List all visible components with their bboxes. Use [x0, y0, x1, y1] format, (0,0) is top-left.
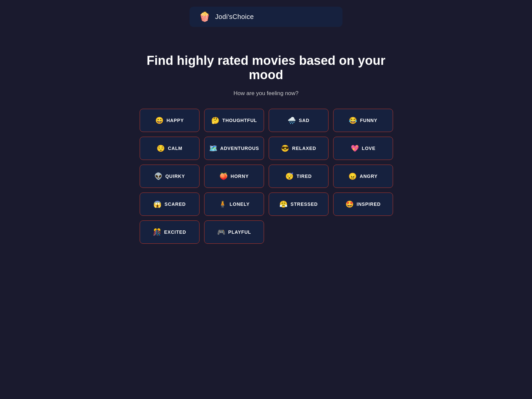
mood-btn-calm[interactable]: 😌CALM [140, 137, 200, 160]
mood-btn-quirky[interactable]: 👽QUIRKY [140, 165, 200, 188]
mood-btn-tired[interactable]: 😴TIRED [269, 165, 329, 188]
app-icon: 🍿 [199, 11, 210, 22]
mood-btn-stressed[interactable]: 😤STRESSED [269, 193, 329, 216]
mood-btn-sad[interactable]: 🌧️SAD [269, 109, 329, 132]
mood-label-love: LOVE [362, 146, 375, 151]
mood-label-stressed: STRESSED [291, 201, 318, 207]
mood-label-lonely: LONELY [230, 201, 250, 207]
mood-btn-adventurous[interactable]: 🗺️ADVENTUROUS [204, 137, 264, 160]
mood-emoji-happy: 😄 [155, 116, 164, 124]
mood-emoji-playful: 🎮 [217, 228, 226, 236]
mood-emoji-lonely: 🧍 [218, 200, 227, 208]
app-header: 🍿 Jodi'sChoice [190, 7, 342, 27]
mood-btn-happy[interactable]: 😄HAPPY [140, 109, 200, 132]
main-content: Find highly rated movies based on your m… [140, 54, 392, 244]
mood-label-calm: CALM [168, 146, 183, 151]
mood-btn-horny[interactable]: 🍑HORNY [204, 165, 264, 188]
mood-emoji-inspired: 🤩 [345, 200, 354, 208]
mood-label-scared: SCARED [165, 201, 186, 207]
mood-label-thoughtful: THOUGHTFUL [222, 118, 257, 123]
mood-btn-relaxed[interactable]: 😎RELAXED [269, 137, 329, 160]
mood-label-excited: EXCITED [164, 229, 186, 235]
mood-grid: 😄HAPPY🤔THOUGHTFUL🌧️SAD😂FUNNY😌CALM🗺️ADVEN… [140, 109, 392, 244]
mood-emoji-angry: 😠 [348, 172, 357, 180]
mood-btn-inspired[interactable]: 🤩INSPIRED [333, 193, 393, 216]
mood-label-sad: SAD [299, 118, 310, 123]
mood-emoji-adventurous: 🗺️ [209, 144, 218, 152]
mood-btn-love[interactable]: 💖LOVE [333, 137, 393, 160]
page-heading: Find highly rated movies based on your m… [140, 54, 392, 82]
mood-label-playful: PLAYFUL [228, 229, 251, 235]
mood-btn-excited[interactable]: 🎊EXCITED [140, 220, 200, 244]
mood-emoji-stressed: 😤 [279, 200, 288, 208]
mood-emoji-relaxed: 😎 [281, 144, 290, 152]
mood-emoji-excited: 🎊 [153, 228, 162, 236]
mood-label-quirky: QUIRKY [165, 174, 185, 179]
mood-label-happy: HAPPY [167, 118, 184, 123]
mood-emoji-funny: 😂 [349, 116, 357, 124]
page-subtitle: How are you feeling now? [233, 90, 299, 97]
mood-label-tired: TIRED [297, 174, 312, 179]
mood-emoji-quirky: 👽 [154, 172, 163, 180]
mood-btn-thoughtful[interactable]: 🤔THOUGHTFUL [204, 109, 264, 132]
mood-emoji-tired: 😴 [285, 172, 294, 180]
mood-label-adventurous: ADVENTUROUS [220, 146, 259, 151]
mood-emoji-horny: 🍑 [219, 172, 228, 180]
mood-label-funny: FUNNY [360, 118, 377, 123]
mood-label-horny: HORNY [230, 174, 249, 179]
mood-label-inspired: INSPIRED [356, 201, 381, 207]
mood-label-relaxed: RELAXED [292, 146, 317, 151]
mood-btn-funny[interactable]: 😂FUNNY [333, 109, 393, 132]
mood-emoji-thoughtful: 🤔 [211, 116, 220, 124]
mood-emoji-calm: 😌 [157, 144, 165, 152]
mood-btn-angry[interactable]: 😠ANGRY [333, 165, 393, 188]
mood-btn-scared[interactable]: 😱SCARED [140, 193, 200, 216]
mood-emoji-sad: 🌧️ [288, 116, 296, 124]
mood-btn-playful[interactable]: 🎮PLAYFUL [204, 220, 264, 244]
app-title: Jodi'sChoice [215, 13, 254, 21]
mood-emoji-love: 💖 [351, 144, 359, 152]
mood-label-angry: ANGRY [360, 174, 378, 179]
mood-emoji-scared: 😱 [153, 200, 162, 208]
mood-btn-lonely[interactable]: 🧍LONELY [204, 193, 264, 216]
